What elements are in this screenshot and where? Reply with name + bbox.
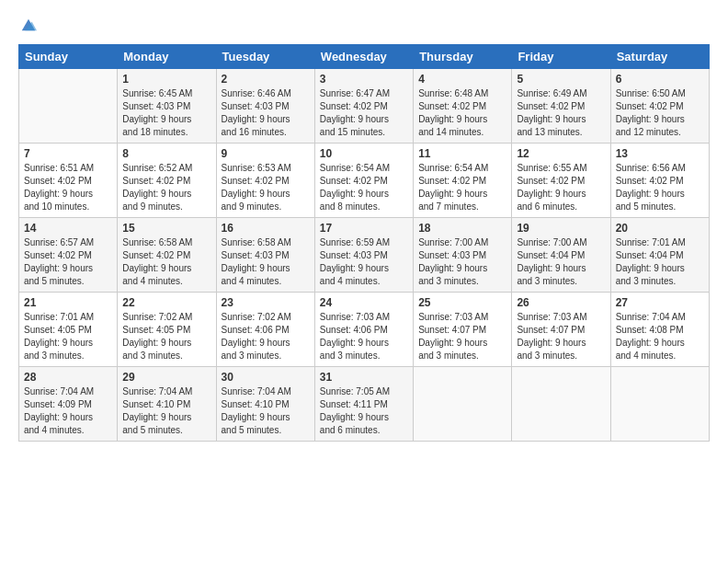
day-info: Sunrise: 6:54 AMSunset: 4:02 PMDaylight:…: [320, 162, 408, 213]
day-info: Sunrise: 6:54 AMSunset: 4:02 PMDaylight:…: [418, 162, 506, 213]
day-number: 29: [122, 371, 210, 384]
day-info: Sunrise: 7:05 AMSunset: 4:11 PMDaylight:…: [320, 385, 408, 437]
page-container: SundayMondayTuesdayWednesdayThursdayFrid…: [0, 0, 728, 563]
day-number: 8: [122, 147, 210, 160]
day-number: 2: [222, 73, 310, 86]
calendar-day-cell: 19Sunrise: 7:00 AMSunset: 4:04 PMDayligh…: [512, 218, 610, 293]
calendar-day-cell: [414, 367, 512, 442]
day-number: 12: [517, 147, 605, 160]
day-info: Sunrise: 6:58 AMSunset: 4:03 PMDaylight:…: [222, 236, 310, 288]
calendar-day-cell: 10Sunrise: 6:54 AMSunset: 4:02 PMDayligh…: [314, 144, 413, 218]
day-info: Sunrise: 6:49 AMSunset: 4:02 PMDaylight:…: [517, 87, 605, 139]
calendar-day-cell: [610, 367, 709, 442]
logo-icon: [20, 17, 37, 33]
calendar-day-cell: [512, 367, 610, 442]
calendar-week-row: 14Sunrise: 6:57 AMSunset: 4:02 PMDayligh…: [19, 218, 710, 293]
day-info: Sunrise: 6:47 AMSunset: 4:02 PMDaylight:…: [320, 87, 408, 139]
day-info: Sunrise: 7:03 AMSunset: 4:07 PMDaylight:…: [418, 311, 506, 362]
day-info: Sunrise: 6:53 AMSunset: 4:02 PMDaylight:…: [222, 162, 310, 213]
day-number: 6: [616, 73, 704, 86]
day-number: 4: [418, 73, 506, 86]
day-number: 13: [616, 147, 704, 160]
day-info: Sunrise: 7:00 AMSunset: 4:04 PMDaylight:…: [517, 236, 605, 288]
calendar-day-cell: 18Sunrise: 7:00 AMSunset: 4:03 PMDayligh…: [414, 218, 512, 293]
calendar-day-cell: [19, 69, 118, 144]
calendar-day-cell: 23Sunrise: 7:02 AMSunset: 4:06 PMDayligh…: [216, 293, 314, 367]
calendar-week-row: 21Sunrise: 7:01 AMSunset: 4:05 PMDayligh…: [19, 293, 710, 367]
logo-text: [18, 17, 37, 33]
day-number: 11: [418, 147, 506, 160]
calendar-day-cell: 13Sunrise: 6:56 AMSunset: 4:02 PMDayligh…: [610, 144, 709, 218]
calendar-day-header: Thursday: [414, 45, 512, 69]
calendar-day-cell: 4Sunrise: 6:48 AMSunset: 4:02 PMDaylight…: [414, 69, 512, 144]
day-info: Sunrise: 6:46 AMSunset: 4:03 PMDaylight:…: [222, 87, 310, 139]
day-info: Sunrise: 6:58 AMSunset: 4:02 PMDaylight:…: [122, 236, 210, 288]
calendar-day-header: Friday: [512, 45, 610, 69]
day-number: 20: [616, 222, 704, 235]
calendar-day-cell: 16Sunrise: 6:58 AMSunset: 4:03 PMDayligh…: [216, 218, 314, 293]
calendar-day-cell: 22Sunrise: 7:02 AMSunset: 4:05 PMDayligh…: [118, 293, 216, 367]
calendar-header-row: SundayMondayTuesdayWednesdayThursdayFrid…: [19, 45, 710, 69]
day-info: Sunrise: 6:56 AMSunset: 4:02 PMDaylight:…: [616, 162, 704, 213]
calendar-day-cell: 29Sunrise: 7:04 AMSunset: 4:10 PMDayligh…: [118, 367, 216, 442]
day-number: 28: [24, 371, 112, 384]
calendar-day-cell: 31Sunrise: 7:05 AMSunset: 4:11 PMDayligh…: [314, 367, 413, 442]
day-number: 9: [222, 147, 310, 160]
day-number: 16: [222, 222, 310, 235]
header: [18, 17, 710, 33]
day-number: 18: [418, 222, 506, 235]
day-info: Sunrise: 7:02 AMSunset: 4:06 PMDaylight:…: [222, 311, 310, 362]
day-info: Sunrise: 7:01 AMSunset: 4:05 PMDaylight:…: [24, 311, 112, 362]
calendar-day-cell: 27Sunrise: 7:04 AMSunset: 4:08 PMDayligh…: [610, 293, 709, 367]
calendar-day-cell: 8Sunrise: 6:52 AMSunset: 4:02 PMDaylight…: [118, 144, 216, 218]
calendar-week-row: 1Sunrise: 6:45 AMSunset: 4:03 PMDaylight…: [19, 69, 710, 144]
day-info: Sunrise: 6:50 AMSunset: 4:02 PMDaylight:…: [616, 87, 704, 139]
calendar-week-row: 28Sunrise: 7:04 AMSunset: 4:09 PMDayligh…: [19, 367, 710, 442]
day-number: 1: [122, 73, 210, 86]
day-info: Sunrise: 7:04 AMSunset: 4:08 PMDaylight:…: [616, 311, 704, 362]
calendar-day-cell: 28Sunrise: 7:04 AMSunset: 4:09 PMDayligh…: [19, 367, 118, 442]
day-info: Sunrise: 7:04 AMSunset: 4:10 PMDaylight:…: [122, 385, 210, 437]
calendar-day-cell: 11Sunrise: 6:54 AMSunset: 4:02 PMDayligh…: [414, 144, 512, 218]
day-number: 14: [24, 222, 112, 235]
day-info: Sunrise: 7:04 AMSunset: 4:09 PMDaylight:…: [24, 385, 112, 437]
day-number: 22: [122, 296, 210, 309]
logo: [18, 17, 37, 33]
calendar-day-cell: 15Sunrise: 6:58 AMSunset: 4:02 PMDayligh…: [118, 218, 216, 293]
calendar-day-cell: 1Sunrise: 6:45 AMSunset: 4:03 PMDaylight…: [118, 69, 216, 144]
day-number: 24: [320, 296, 408, 309]
calendar-day-cell: 25Sunrise: 7:03 AMSunset: 4:07 PMDayligh…: [414, 293, 512, 367]
calendar-day-cell: 6Sunrise: 6:50 AMSunset: 4:02 PMDaylight…: [610, 69, 709, 144]
calendar-day-header: Sunday: [19, 45, 118, 69]
day-number: 15: [122, 222, 210, 235]
calendar-day-header: Saturday: [610, 45, 709, 69]
calendar-day-cell: 12Sunrise: 6:55 AMSunset: 4:02 PMDayligh…: [512, 144, 610, 218]
day-number: 7: [24, 147, 112, 160]
day-info: Sunrise: 6:57 AMSunset: 4:02 PMDaylight:…: [24, 236, 112, 288]
day-number: 27: [616, 296, 704, 309]
day-number: 19: [517, 222, 605, 235]
calendar-day-cell: 26Sunrise: 7:03 AMSunset: 4:07 PMDayligh…: [512, 293, 610, 367]
day-info: Sunrise: 7:00 AMSunset: 4:03 PMDaylight:…: [418, 236, 506, 288]
day-info: Sunrise: 6:45 AMSunset: 4:03 PMDaylight:…: [122, 87, 210, 139]
day-info: Sunrise: 6:59 AMSunset: 4:03 PMDaylight:…: [320, 236, 408, 288]
calendar-day-cell: 30Sunrise: 7:04 AMSunset: 4:10 PMDayligh…: [216, 367, 314, 442]
day-info: Sunrise: 7:03 AMSunset: 4:07 PMDaylight:…: [517, 311, 605, 362]
day-info: Sunrise: 7:01 AMSunset: 4:04 PMDaylight:…: [616, 236, 704, 288]
day-number: 10: [320, 147, 408, 160]
day-info: Sunrise: 7:04 AMSunset: 4:10 PMDaylight:…: [222, 385, 310, 437]
day-info: Sunrise: 6:55 AMSunset: 4:02 PMDaylight:…: [517, 162, 605, 213]
day-number: 3: [320, 73, 408, 86]
calendar-day-cell: 7Sunrise: 6:51 AMSunset: 4:02 PMDaylight…: [19, 144, 118, 218]
calendar-day-cell: 5Sunrise: 6:49 AMSunset: 4:02 PMDaylight…: [512, 69, 610, 144]
calendar-day-cell: 24Sunrise: 7:03 AMSunset: 4:06 PMDayligh…: [314, 293, 413, 367]
calendar-day-cell: 20Sunrise: 7:01 AMSunset: 4:04 PMDayligh…: [610, 218, 709, 293]
day-number: 25: [418, 296, 506, 309]
day-number: 30: [222, 371, 310, 384]
calendar-day-cell: 21Sunrise: 7:01 AMSunset: 4:05 PMDayligh…: [19, 293, 118, 367]
day-info: Sunrise: 6:52 AMSunset: 4:02 PMDaylight:…: [122, 162, 210, 213]
day-info: Sunrise: 7:02 AMSunset: 4:05 PMDaylight:…: [122, 311, 210, 362]
calendar-day-header: Wednesday: [314, 45, 413, 69]
day-number: 26: [517, 296, 605, 309]
day-number: 21: [24, 296, 112, 309]
